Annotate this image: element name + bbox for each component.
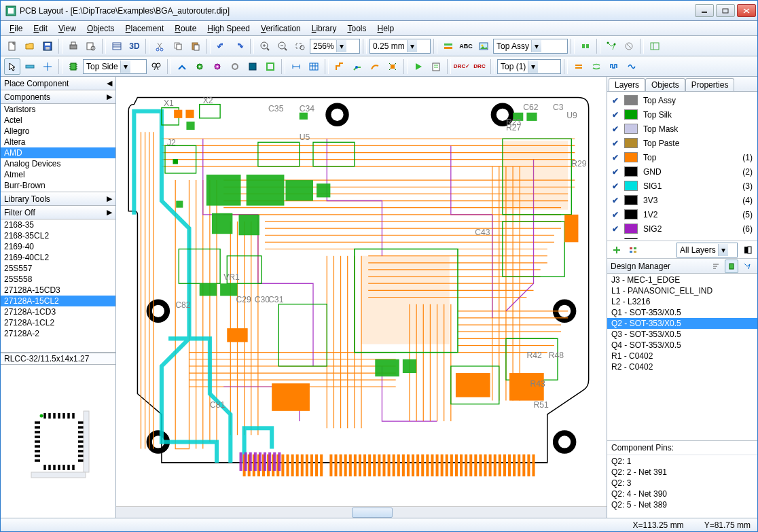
library-item[interactable]: Atmel: [1, 169, 115, 180]
contrast-icon[interactable]: [742, 244, 754, 256]
current-layer-combo[interactable]: Top (1)▾: [497, 59, 561, 74]
part-item[interactable]: 2168-35: [1, 219, 115, 230]
layer-row[interactable]: ✔1V2(5): [607, 207, 757, 221]
layer-row[interactable]: ✔GND2(7): [607, 236, 757, 239]
layer-swatch[interactable]: [624, 95, 638, 105]
pad-icon[interactable]: [192, 58, 208, 75]
drc-icon[interactable]: DRC✓: [454, 58, 470, 75]
menu-high-speed[interactable]: High Speed: [202, 22, 255, 35]
dm-item[interactable]: Q1 - SOT-353/X0.5: [607, 307, 757, 318]
part-list[interactable]: 2168-352168-35CL22169-402169-40CL225S557…: [1, 219, 115, 353]
layer-row[interactable]: ✔GND(2): [607, 164, 757, 179]
part-item[interactable]: 27128A-1CL2: [1, 317, 115, 328]
library-list[interactable]: VaristorsActelAllegroAlteraAMDAnalog Dev…: [1, 104, 115, 192]
display-layer-combo[interactable]: Top Assy▾: [493, 39, 568, 54]
filter-header[interactable]: Filter Off▶: [1, 206, 115, 219]
new-icon[interactable]: [4, 38, 20, 54]
layer-row[interactable]: ✔3V3(4): [607, 193, 757, 207]
layer-swatch[interactable]: [624, 166, 638, 177]
add-layer-icon[interactable]: [611, 244, 623, 256]
panel-icon[interactable]: [647, 38, 663, 54]
edit-trace-icon[interactable]: [349, 58, 365, 75]
layer-visible-check[interactable]: ✔: [609, 95, 621, 106]
dm-item[interactable]: L2 - L3216: [607, 296, 757, 307]
layer-swatch[interactable]: [624, 209, 638, 219]
components-icon[interactable]: [577, 38, 594, 54]
dm-component-icon[interactable]: [725, 260, 738, 273]
via-icon[interactable]: [209, 58, 225, 75]
settings-icon[interactable]: [428, 58, 444, 75]
zoom-window-icon[interactable]: [292, 38, 308, 54]
pointer-icon[interactable]: [4, 58, 20, 75]
menu-view[interactable]: View: [54, 22, 81, 35]
fanout-icon[interactable]: [384, 58, 401, 75]
part-item[interactable]: 2168-35CL2: [1, 230, 115, 241]
menu-objects[interactable]: Objects: [82, 22, 120, 35]
diffpair-edit-icon[interactable]: [588, 58, 604, 75]
layer-row[interactable]: ✔Top(1): [607, 150, 757, 164]
library-item[interactable]: AMD: [1, 147, 115, 158]
library-tools-header[interactable]: Library Tools▶: [1, 192, 115, 206]
layer-visible-check[interactable]: ✔: [609, 166, 621, 177]
component-pins-list[interactable]: Q2: 1Q2: 2 - Net 391Q2: 3Q2: 4 - Net 390…: [607, 455, 757, 518]
layer-visible-check[interactable]: ✔: [609, 138, 621, 149]
library-item[interactable]: Actel: [1, 115, 115, 126]
part-item[interactable]: 25S558: [1, 274, 115, 285]
measure-icon[interactable]: [22, 58, 38, 75]
titles-icon[interactable]: [109, 38, 125, 54]
part-item[interactable]: 2169-40CL2: [1, 252, 115, 263]
menu-edit[interactable]: Edit: [29, 22, 52, 35]
open-icon[interactable]: [22, 38, 38, 54]
menu-help[interactable]: Help: [372, 22, 399, 35]
pin-item[interactable]: Q2: 2 - Net 391: [607, 467, 757, 478]
menu-verification[interactable]: Verification: [256, 22, 306, 35]
layer-swatch[interactable]: [624, 152, 638, 162]
dimension-icon[interactable]: [288, 58, 304, 75]
layer-props-icon[interactable]: [627, 244, 639, 256]
free-trace-icon[interactable]: [367, 58, 383, 75]
find-icon[interactable]: [148, 58, 164, 75]
origin-icon[interactable]: [39, 58, 56, 75]
part-item[interactable]: 2169-40: [1, 241, 115, 252]
pcb-canvas[interactable]: X1X2C35C34 C62C3U9 R23R27R29 J2U5 C82C29…: [116, 77, 607, 518]
layer-swatch[interactable]: [624, 195, 638, 205]
pin-item[interactable]: Q2: 5 - Net 389: [607, 499, 757, 510]
menu-placement[interactable]: Placement: [121, 22, 169, 35]
minimize-button[interactable]: [695, 4, 714, 17]
layer-swatch[interactable]: [624, 124, 638, 134]
grid-combo[interactable]: 0.25 mm▾: [369, 39, 431, 54]
picture-icon[interactable]: [475, 38, 492, 54]
layer-visible-check[interactable]: ✔: [609, 238, 621, 240]
layer-visible-check[interactable]: ✔: [609, 224, 621, 234]
place-component-header[interactable]: Place Component◀: [1, 77, 115, 90]
dm-item[interactable]: R1 - C0402: [607, 351, 757, 361]
diffpair-icon[interactable]: [571, 58, 587, 75]
side-combo[interactable]: Top Side▾: [83, 59, 147, 74]
board-outline-icon[interactable]: [262, 58, 278, 75]
layer-row[interactable]: ✔SIG2(6): [607, 221, 757, 236]
menu-tools[interactable]: Tools: [342, 22, 371, 35]
layer-row[interactable]: ✔Top Silk: [607, 107, 757, 122]
save-icon[interactable]: [39, 38, 56, 54]
layer-row[interactable]: ✔Top Paste: [607, 136, 757, 150]
close-button[interactable]: [737, 4, 756, 17]
hole-icon[interactable]: [227, 58, 243, 75]
undo-icon[interactable]: [213, 38, 230, 54]
dm-item[interactable]: R2 - C0402: [607, 361, 757, 372]
part-item[interactable]: 25S557: [1, 263, 115, 274]
part-item[interactable]: 27128A-15CD3: [1, 285, 115, 296]
layer-display-icon[interactable]: [440, 38, 456, 54]
zoom-combo[interactable]: 256%▾: [310, 39, 360, 54]
zoom-in-icon[interactable]: [257, 38, 273, 54]
table-icon[interactable]: [306, 58, 322, 75]
layer-swatch[interactable]: [624, 224, 638, 234]
dm-item[interactable]: J3 - MEC-1_EDGE: [607, 274, 757, 285]
layer-row[interactable]: ✔Top Mask: [607, 122, 757, 136]
menu-route[interactable]: Route: [170, 22, 201, 35]
cut-icon[interactable]: [152, 38, 168, 54]
pin-item[interactable]: Q2: 3: [607, 478, 757, 489]
run-icon[interactable]: [410, 58, 427, 75]
print-icon[interactable]: [65, 38, 82, 54]
layer-visible-check[interactable]: ✔: [609, 181, 621, 192]
part-item[interactable]: 27128A-2: [1, 328, 115, 339]
